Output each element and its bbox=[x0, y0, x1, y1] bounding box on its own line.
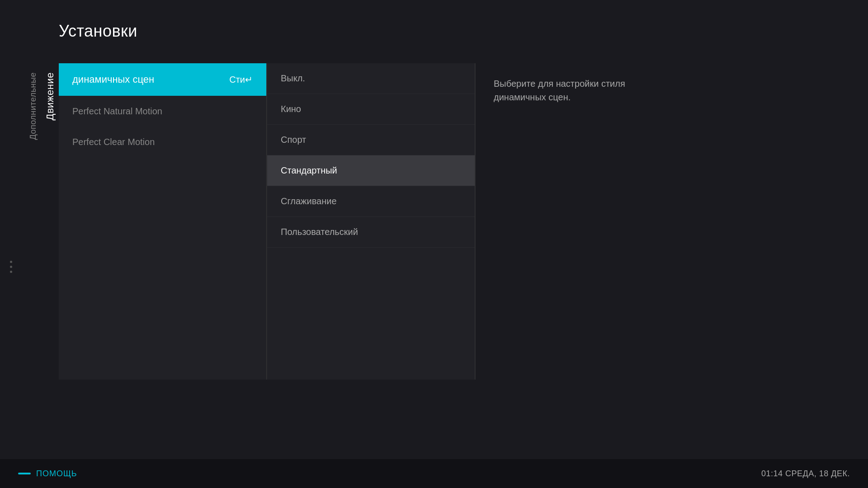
option-text: Выкл. bbox=[281, 73, 305, 84]
sidebar: Дополнительные Движение bbox=[0, 63, 59, 380]
dot-icon bbox=[10, 261, 12, 263]
option-text: Сглаживание bbox=[281, 196, 337, 206]
menu-item-clear-motion[interactable]: Perfect Clear Motion bbox=[59, 127, 266, 157]
menu-item-natural-motion[interactable]: Perfect Natural Motion bbox=[59, 96, 266, 127]
sidebar-label-additional: Дополнительные bbox=[28, 72, 38, 145]
info-text: Выберите для настройки стиля динамичных … bbox=[494, 77, 675, 104]
sidebar-labels: Дополнительные bbox=[22, 63, 44, 380]
menu-item-text: Perfect Clear Motion bbox=[72, 137, 155, 147]
dot-icon bbox=[10, 271, 12, 273]
option-sport[interactable]: Спорт bbox=[267, 125, 475, 155]
help-button[interactable]: ПОМОЩЬ bbox=[18, 469, 77, 479]
sidebar-dots bbox=[0, 63, 22, 380]
menu-item-text: Perfect Natural Motion bbox=[72, 106, 162, 117]
page-title: Установки bbox=[59, 22, 137, 41]
option-standard[interactable]: Стандартный bbox=[267, 155, 475, 186]
option-cinema[interactable]: Кино bbox=[267, 94, 475, 125]
left-panel: динамичных сцен Сти↵ Perfect Natural Mot… bbox=[59, 63, 267, 380]
dot-icon bbox=[10, 266, 12, 268]
menu-item-active-text: динамичных сцен bbox=[72, 74, 154, 85]
option-text-selected: Стандартный bbox=[281, 165, 337, 176]
option-text: Кино bbox=[281, 104, 301, 114]
right-panel: Выкл. Кино Спорт Стандартный Сглаживание… bbox=[267, 63, 475, 380]
option-text: Пользовательский bbox=[281, 227, 358, 237]
info-panel: Выберите для настройки стиля динамичных … bbox=[476, 63, 854, 380]
option-off[interactable]: Выкл. bbox=[267, 63, 475, 94]
sidebar-label-movement: Движение bbox=[44, 72, 60, 121]
help-label: ПОМОЩЬ bbox=[36, 469, 77, 479]
option-smoothing[interactable]: Сглаживание bbox=[267, 186, 475, 217]
help-icon bbox=[18, 473, 31, 474]
menu-item-active-badge: Сти↵ bbox=[229, 74, 253, 85]
footer: ПОМОЩЬ 01:14 СРЕДА, 18 ДЕК. bbox=[0, 459, 868, 488]
datetime: 01:14 СРЕДА, 18 ДЕК. bbox=[761, 469, 850, 479]
main-content: динамичных сцен Сти↵ Perfect Natural Mot… bbox=[59, 63, 854, 380]
option-custom[interactable]: Пользовательский bbox=[267, 217, 475, 248]
menu-item-dynamic-scenes[interactable]: динамичных сцен Сти↵ bbox=[59, 63, 266, 96]
option-text: Спорт bbox=[281, 135, 306, 145]
